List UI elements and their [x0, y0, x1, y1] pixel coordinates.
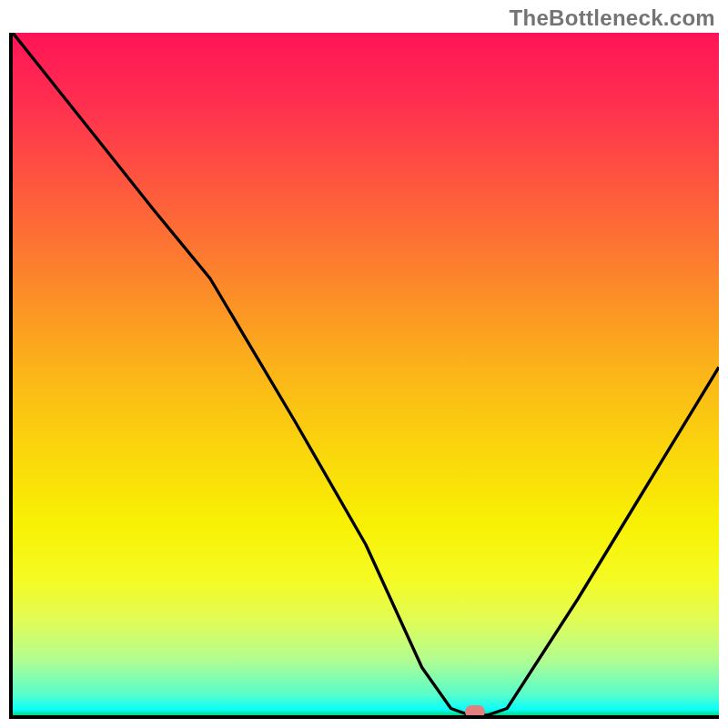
bottleneck-curve: [13, 33, 719, 715]
plot-area: [9, 33, 719, 719]
curve-svg: [13, 33, 719, 715]
chart-container: TheBottleneck.com: [0, 0, 728, 728]
watermark-text: TheBottleneck.com: [510, 5, 715, 31]
optimal-marker: [465, 705, 485, 718]
